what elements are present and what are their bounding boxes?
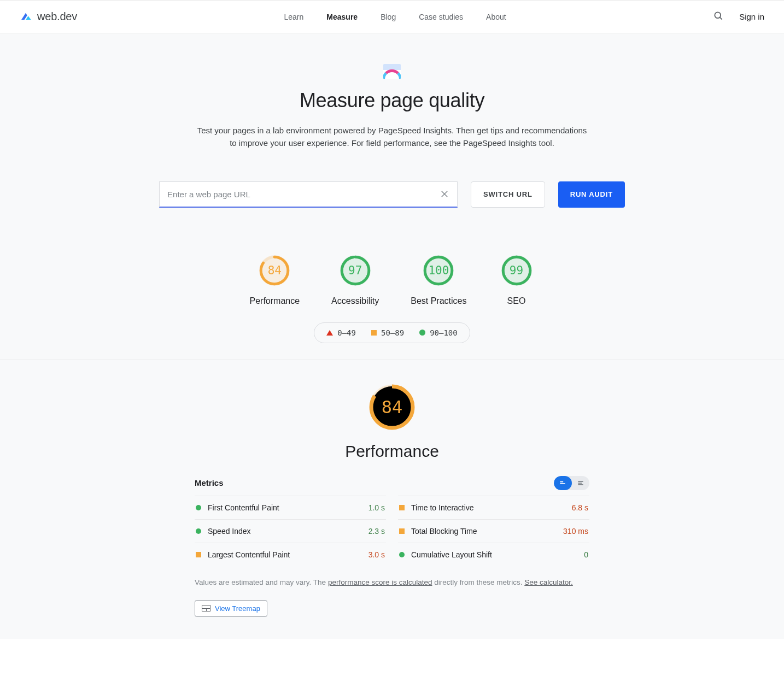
legend-fail: 0–49: [326, 328, 356, 337]
metric-row: First Contentful Paint 1.0 s: [195, 496, 386, 519]
metric-value: 1.0 s: [368, 503, 385, 512]
nav-measure[interactable]: Measure: [326, 13, 358, 21]
svg-line-1: [720, 17, 722, 19]
treemap-icon: [202, 605, 210, 612]
site-logo[interactable]: web.dev: [20, 10, 77, 23]
metric-row: Time to Interactive 6.8 s: [398, 496, 589, 519]
brand-text: web.dev: [37, 10, 77, 23]
gauge-best-practices[interactable]: 100 Best Practices: [411, 252, 466, 306]
metrics-heading: Metrics: [195, 478, 224, 487]
status-dot-icon: [196, 528, 201, 534]
metric-name: Largest Contentful Paint: [208, 550, 368, 559]
url-audit-row: SWITCH URL RUN AUDIT: [0, 181, 784, 208]
main-content: Measure page quality Test your pages in …: [0, 33, 784, 639]
switch-url-button[interactable]: SWITCH URL: [471, 181, 545, 208]
detail-title: Performance: [195, 442, 589, 461]
gauge-hero-icon: [383, 64, 401, 79]
metrics-grid: First Contentful Paint 1.0 s Time to Int…: [195, 496, 589, 566]
perf-score-calc-link[interactable]: performance score is calculated: [328, 578, 432, 586]
metric-value: 6.8 s: [572, 503, 588, 512]
metric-name: Speed Index: [208, 527, 368, 536]
metric-value: 3.0 s: [368, 550, 385, 559]
webdev-logo-icon: [20, 11, 32, 22]
nav-blog[interactable]: Blog: [381, 13, 396, 21]
metric-name: First Contentful Paint: [208, 503, 368, 512]
signin-link[interactable]: Sign in: [739, 12, 764, 21]
toggle-expanded-icon[interactable]: [572, 476, 590, 490]
nav-learn[interactable]: Learn: [284, 13, 304, 21]
site-header: web.dev Learn Measure Blog Case studies …: [0, 0, 784, 33]
metric-row: Speed Index 2.3 s: [195, 519, 386, 543]
metric-row: Largest Contentful Paint 3.0 s: [195, 543, 386, 566]
status-dot-icon: [196, 552, 201, 557]
status-dot-icon: [399, 505, 405, 510]
hero: Measure page quality Test your pages in …: [0, 33, 784, 150]
legend-pass: 90–100: [419, 328, 458, 337]
view-treemap-button[interactable]: View Treemap: [195, 600, 267, 617]
metric-value: 310 ms: [563, 527, 588, 536]
performance-detail: 84 Performance Metrics First Contentful …: [195, 382, 589, 617]
status-dot-icon: [196, 505, 201, 510]
score-legend: 0–49 50–89 90–100: [0, 322, 784, 343]
section-divider: [0, 360, 784, 360]
see-calculator-link[interactable]: See calculator.: [524, 578, 573, 586]
legend-avg: 50–89: [371, 328, 404, 337]
circle-icon: [419, 330, 425, 336]
nav-case-studies[interactable]: Case studies: [419, 13, 463, 21]
metrics-view-toggle[interactable]: [554, 476, 589, 490]
metric-name: Total Blocking Time: [411, 527, 563, 536]
performance-big-gauge: 84: [367, 382, 417, 432]
metric-value: 0: [584, 550, 588, 559]
metric-name: Cumulative Layout Shift: [411, 550, 584, 559]
gauge-performance[interactable]: 84 Performance: [250, 252, 300, 306]
page-description: Test your pages in a lab environment pow…: [195, 124, 589, 150]
metrics-footnote: Values are estimated and may vary. The p…: [195, 577, 589, 588]
toggle-compact-icon[interactable]: [554, 476, 572, 490]
metric-name: Time to Interactive: [411, 503, 572, 512]
gauge-accessibility[interactable]: 97 Accessibility: [331, 252, 379, 306]
square-icon: [371, 330, 377, 336]
gauge-seo[interactable]: 99 SEO: [499, 252, 535, 306]
status-dot-icon: [399, 528, 405, 534]
status-dot-icon: [399, 552, 405, 557]
close-icon[interactable]: [440, 189, 449, 199]
category-gauges: 84 Performance 97 Accessibility 100 Best…: [0, 252, 784, 306]
metric-row: Cumulative Layout Shift 0: [398, 543, 589, 566]
url-input-wrap[interactable]: [159, 181, 458, 208]
svg-point-0: [715, 12, 721, 18]
triangle-icon: [326, 330, 333, 336]
page-title: Measure page quality: [0, 89, 784, 112]
run-audit-button[interactable]: RUN AUDIT: [558, 181, 625, 208]
search-icon[interactable]: [713, 10, 724, 23]
metric-row: Total Blocking Time 310 ms: [398, 519, 589, 543]
metric-value: 2.3 s: [368, 527, 385, 536]
main-nav: Learn Measure Blog Case studies About: [77, 13, 713, 21]
nav-about[interactable]: About: [486, 13, 506, 21]
url-input[interactable]: [167, 190, 440, 199]
